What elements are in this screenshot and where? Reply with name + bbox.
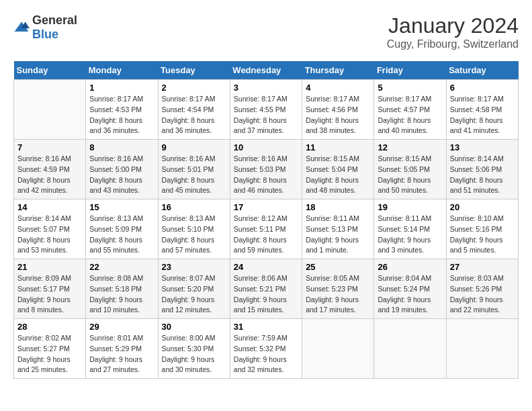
logo-general: General [32, 13, 77, 27]
day-info: Sunrise: 8:17 AMSunset: 4:54 PMDaylight:… [162, 94, 226, 136]
day-info: Sunrise: 8:09 AMSunset: 5:17 PMDaylight:… [17, 273, 82, 316]
calendar-day-cell: 17Sunrise: 8:12 AMSunset: 5:11 PMDayligh… [230, 199, 302, 259]
day-info: Sunrise: 8:07 AMSunset: 5:20 PMDaylight:… [162, 273, 226, 316]
calendar-day-cell: 19Sunrise: 8:11 AMSunset: 5:14 PMDayligh… [374, 199, 446, 259]
day-number: 21 [17, 262, 82, 272]
day-number: 12 [378, 142, 442, 152]
day-info: Sunrise: 8:17 AMSunset: 4:56 PMDaylight:… [306, 94, 370, 136]
calendar-day-cell: 13Sunrise: 8:14 AMSunset: 5:06 PMDayligh… [446, 140, 518, 199]
calendar-day-cell: 7Sunrise: 8:16 AMSunset: 4:59 PMDaylight… [14, 140, 86, 199]
day-number: 19 [378, 202, 442, 212]
logo: General Blue [13, 13, 77, 42]
day-number: 11 [306, 142, 370, 152]
day-info: Sunrise: 8:13 AMSunset: 5:09 PMDaylight:… [89, 214, 154, 256]
calendar-day-cell: 2Sunrise: 8:17 AMSunset: 4:54 PMDaylight… [158, 80, 230, 140]
calendar-day-cell: 8Sunrise: 8:16 AMSunset: 5:00 PMDaylight… [86, 140, 158, 199]
day-number: 15 [89, 202, 154, 212]
calendar-day-cell: 31Sunrise: 7:59 AMSunset: 5:32 PMDayligh… [230, 319, 302, 379]
calendar-day-cell: 30Sunrise: 8:00 AMSunset: 5:30 PMDayligh… [158, 319, 230, 379]
day-number: 10 [234, 142, 298, 152]
day-number: 6 [450, 83, 515, 93]
calendar-day-cell: 28Sunrise: 8:02 AMSunset: 5:27 PMDayligh… [14, 319, 86, 379]
day-info: Sunrise: 8:08 AMSunset: 5:18 PMDaylight:… [89, 273, 154, 316]
day-info: Sunrise: 8:12 AMSunset: 5:11 PMDaylight:… [234, 214, 298, 256]
calendar-day-cell: 15Sunrise: 8:13 AMSunset: 5:09 PMDayligh… [86, 199, 158, 259]
day-info: Sunrise: 8:11 AMSunset: 5:13 PMDaylight:… [306, 214, 370, 256]
calendar-day-cell: 21Sunrise: 8:09 AMSunset: 5:17 PMDayligh… [14, 259, 86, 319]
day-number: 28 [17, 322, 82, 332]
day-number: 5 [378, 83, 442, 93]
calendar-week-row: 14Sunrise: 8:14 AMSunset: 5:07 PMDayligh… [14, 199, 519, 259]
calendar-table: SundayMondayTuesdayWednesdayThursdayFrid… [13, 61, 519, 379]
calendar-week-row: 7Sunrise: 8:16 AMSunset: 4:59 PMDaylight… [14, 140, 519, 199]
day-info: Sunrise: 8:06 AMSunset: 5:21 PMDaylight:… [234, 273, 298, 316]
weekday-header: Monday [86, 61, 158, 80]
day-number: 22 [89, 262, 154, 272]
day-number: 27 [450, 262, 515, 272]
calendar-day-cell: 26Sunrise: 8:04 AMSunset: 5:24 PMDayligh… [374, 259, 446, 319]
day-info: Sunrise: 8:17 AMSunset: 4:58 PMDaylight:… [450, 94, 515, 136]
page-header: General Blue January 2024 Cugy, Fribourg… [13, 13, 519, 50]
day-number: 14 [17, 202, 82, 212]
day-number: 8 [89, 142, 154, 152]
day-number: 20 [450, 202, 515, 212]
day-number: 16 [162, 202, 226, 212]
calendar-day-cell [14, 80, 86, 140]
day-info: Sunrise: 8:10 AMSunset: 5:16 PMDaylight:… [450, 214, 515, 256]
calendar-day-cell: 25Sunrise: 8:05 AMSunset: 5:23 PMDayligh… [302, 259, 374, 319]
day-info: Sunrise: 8:05 AMSunset: 5:23 PMDaylight:… [306, 273, 370, 316]
day-info: Sunrise: 8:02 AMSunset: 5:27 PMDaylight:… [17, 333, 82, 375]
calendar-day-cell: 18Sunrise: 8:11 AMSunset: 5:13 PMDayligh… [302, 199, 374, 259]
day-info: Sunrise: 8:16 AMSunset: 5:00 PMDaylight:… [89, 154, 154, 196]
logo-icon [13, 21, 30, 34]
day-number: 7 [17, 142, 82, 152]
calendar-day-cell: 22Sunrise: 8:08 AMSunset: 5:18 PMDayligh… [86, 259, 158, 319]
day-number: 24 [234, 262, 298, 272]
calendar-day-cell: 20Sunrise: 8:10 AMSunset: 5:16 PMDayligh… [446, 199, 518, 259]
day-number: 13 [450, 142, 515, 152]
calendar-day-cell: 5Sunrise: 8:17 AMSunset: 4:57 PMDaylight… [374, 80, 446, 140]
calendar-day-cell [302, 319, 374, 379]
calendar-day-cell: 6Sunrise: 8:17 AMSunset: 4:58 PMDaylight… [446, 80, 518, 140]
calendar-week-row: 21Sunrise: 8:09 AMSunset: 5:17 PMDayligh… [14, 259, 519, 319]
day-info: Sunrise: 8:04 AMSunset: 5:24 PMDaylight:… [378, 273, 442, 316]
calendar-week-row: 1Sunrise: 8:17 AMSunset: 4:53 PMDaylight… [14, 80, 519, 140]
weekday-header: Tuesday [158, 61, 230, 80]
day-info: Sunrise: 8:16 AMSunset: 5:01 PMDaylight:… [162, 154, 226, 196]
day-info: Sunrise: 7:59 AMSunset: 5:32 PMDaylight:… [234, 333, 298, 375]
day-info: Sunrise: 8:15 AMSunset: 5:04 PMDaylight:… [306, 154, 370, 196]
weekday-header: Thursday [302, 61, 374, 80]
day-info: Sunrise: 8:17 AMSunset: 4:53 PMDaylight:… [89, 94, 154, 136]
day-info: Sunrise: 8:17 AMSunset: 4:55 PMDaylight:… [234, 94, 298, 136]
location-title: Cugy, Fribourg, Switzerland [387, 38, 519, 50]
day-number: 3 [234, 83, 298, 93]
day-info: Sunrise: 8:14 AMSunset: 5:07 PMDaylight:… [17, 214, 82, 256]
day-number: 18 [306, 202, 370, 212]
weekday-header: Friday [374, 61, 446, 80]
day-info: Sunrise: 8:00 AMSunset: 5:30 PMDaylight:… [162, 333, 226, 375]
day-info: Sunrise: 8:16 AMSunset: 5:03 PMDaylight:… [234, 154, 298, 196]
calendar-day-cell: 27Sunrise: 8:03 AMSunset: 5:26 PMDayligh… [446, 259, 518, 319]
calendar-day-cell: 9Sunrise: 8:16 AMSunset: 5:01 PMDaylight… [158, 140, 230, 199]
calendar-day-cell: 11Sunrise: 8:15 AMSunset: 5:04 PMDayligh… [302, 140, 374, 199]
calendar-day-cell: 4Sunrise: 8:17 AMSunset: 4:56 PMDaylight… [302, 80, 374, 140]
title-block: January 2024 Cugy, Fribourg, Switzerland [387, 13, 519, 50]
weekday-header: Sunday [14, 61, 86, 80]
day-number: 2 [162, 83, 226, 93]
calendar-day-cell: 29Sunrise: 8:01 AMSunset: 5:29 PMDayligh… [86, 319, 158, 379]
calendar-day-cell [446, 319, 518, 379]
month-title: January 2024 [387, 13, 519, 38]
calendar-day-cell: 12Sunrise: 8:15 AMSunset: 5:05 PMDayligh… [374, 140, 446, 199]
weekday-header-row: SundayMondayTuesdayWednesdayThursdayFrid… [14, 61, 519, 80]
day-info: Sunrise: 8:01 AMSunset: 5:29 PMDaylight:… [89, 333, 154, 375]
calendar-week-row: 28Sunrise: 8:02 AMSunset: 5:27 PMDayligh… [14, 319, 519, 379]
day-number: 17 [234, 202, 298, 212]
day-info: Sunrise: 8:03 AMSunset: 5:26 PMDaylight:… [450, 273, 515, 316]
logo-blue: Blue [32, 28, 58, 41]
day-info: Sunrise: 8:15 AMSunset: 5:05 PMDaylight:… [378, 154, 442, 196]
day-info: Sunrise: 8:14 AMSunset: 5:06 PMDaylight:… [450, 154, 515, 196]
day-number: 23 [162, 262, 226, 272]
day-info: Sunrise: 8:17 AMSunset: 4:57 PMDaylight:… [378, 94, 442, 136]
day-number: 9 [162, 142, 226, 152]
calendar-day-cell: 24Sunrise: 8:06 AMSunset: 5:21 PMDayligh… [230, 259, 302, 319]
